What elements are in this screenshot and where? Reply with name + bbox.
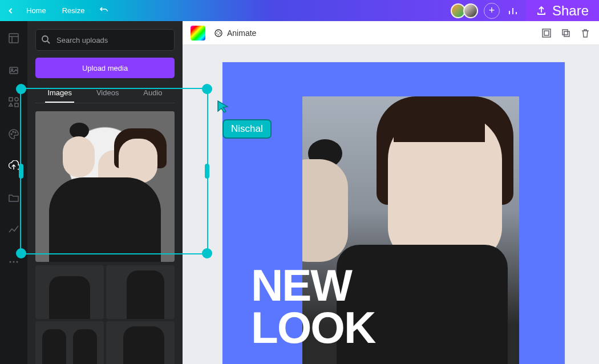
animate-icon[interactable]: Animate xyxy=(213,28,256,38)
undo-icon[interactable] xyxy=(99,6,110,16)
svg-point-10 xyxy=(13,261,15,263)
svg-point-12 xyxy=(42,36,48,42)
svg-point-6 xyxy=(11,134,12,135)
svg-rect-16 xyxy=(544,31,549,35)
svg-point-11 xyxy=(17,261,18,263)
svg-rect-15 xyxy=(543,29,551,37)
resize-handle-tr[interactable] xyxy=(202,84,212,94)
svg-point-9 xyxy=(10,261,11,263)
back-arrow-icon[interactable] xyxy=(6,6,16,16)
share-button[interactable]: Share xyxy=(526,0,599,21)
svg-rect-5 xyxy=(15,103,18,107)
resize-link[interactable]: Resize xyxy=(56,3,91,18)
design-canvas[interactable]: NEW LOOK BLOG POST xyxy=(222,62,565,364)
svg-point-13 xyxy=(215,30,222,37)
color-picker-button[interactable] xyxy=(191,26,205,41)
selection-box[interactable] xyxy=(20,88,208,254)
resize-handle-tl[interactable] xyxy=(16,84,26,94)
collaborator-name-tag: Nischal xyxy=(222,119,272,139)
resize-handle-br[interactable] xyxy=(202,248,212,258)
svg-point-8 xyxy=(15,132,16,133)
copy-icon[interactable] xyxy=(560,27,572,39)
svg-rect-3 xyxy=(9,98,13,101)
headline-text[interactable]: NEW LOOK xyxy=(251,264,375,349)
search-icon xyxy=(41,35,50,46)
collaborator-cursor: Nischal xyxy=(217,100,272,139)
svg-point-2 xyxy=(11,69,13,71)
canvas-area: Animate NEW LOOK BLOG xyxy=(183,21,599,364)
resize-handle-ml[interactable] xyxy=(19,164,23,179)
analytics-icon[interactable] xyxy=(503,1,523,21)
resize-handle-mr[interactable] xyxy=(205,164,209,179)
add-collaborator-button[interactable]: + xyxy=(484,3,500,19)
apps-icon[interactable] xyxy=(7,95,21,109)
top-bar: Home Resize + Share xyxy=(0,0,599,21)
delete-icon[interactable] xyxy=(580,27,591,39)
collaborator-avatar-2[interactable] xyxy=(463,3,478,18)
svg-point-4 xyxy=(15,98,18,101)
upload-thumbnail[interactable] xyxy=(35,265,104,319)
resize-handle-bl[interactable] xyxy=(16,248,26,258)
upload-thumbnail[interactable] xyxy=(35,321,104,364)
svg-point-7 xyxy=(13,131,14,132)
animate-label: Animate xyxy=(227,29,256,38)
templates-icon[interactable] xyxy=(7,31,21,45)
upload-thumbnail[interactable] xyxy=(106,265,175,319)
svg-rect-0 xyxy=(9,34,18,43)
share-label: Share xyxy=(552,3,589,19)
context-toolbar: Animate xyxy=(183,21,599,45)
upload-thumbnail[interactable] xyxy=(106,321,175,364)
home-link[interactable]: Home xyxy=(21,3,52,18)
upload-media-button[interactable]: Upload media xyxy=(35,58,175,78)
insights-icon[interactable] xyxy=(7,223,21,237)
svg-rect-17 xyxy=(562,30,568,35)
elements-icon[interactable] xyxy=(7,63,21,77)
svg-rect-18 xyxy=(564,31,569,37)
folders-icon[interactable] xyxy=(7,191,21,205)
palette-icon[interactable] xyxy=(7,127,21,141)
search-input[interactable] xyxy=(35,29,175,51)
position-icon[interactable] xyxy=(541,27,552,39)
svg-point-14 xyxy=(217,31,220,35)
